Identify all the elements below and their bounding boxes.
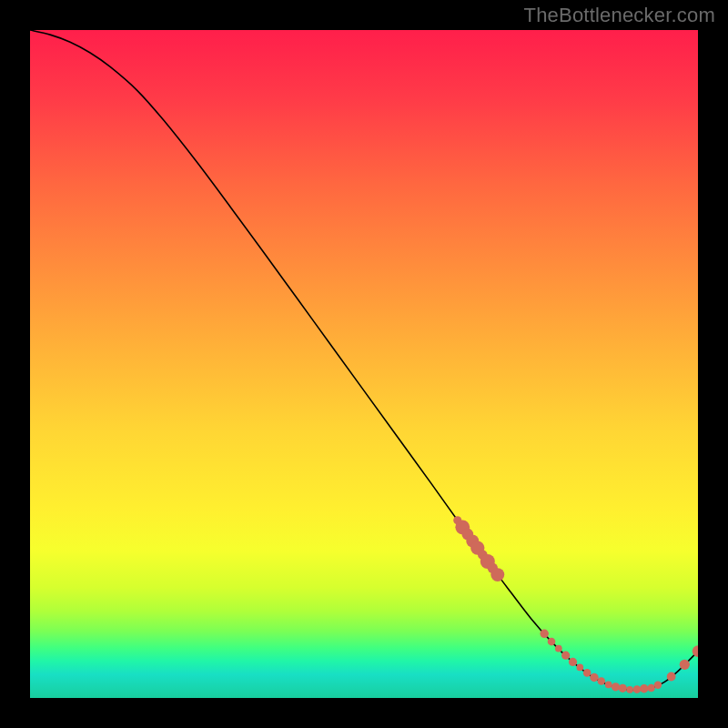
curve-overlay (30, 30, 698, 698)
watermark-text: TheBottlenecker.com (524, 4, 715, 27)
data-marker (619, 684, 627, 693)
data-marker (647, 684, 655, 693)
data-marker (583, 669, 592, 677)
data-marker (612, 682, 620, 691)
data-marker (548, 638, 556, 646)
data-marker (540, 630, 548, 638)
data-marker (605, 681, 612, 688)
data-marker (633, 685, 642, 693)
data-marker (598, 677, 606, 685)
gradient-plot-area (30, 30, 698, 698)
data-marker (555, 645, 562, 652)
chart-frame: TheBottlenecker.com (0, 0, 728, 728)
data-marker (576, 664, 583, 672)
data-marker (569, 658, 577, 666)
data-marker (490, 568, 504, 581)
data-marker (640, 684, 648, 693)
data-marker (680, 660, 690, 670)
data-marker (626, 686, 633, 693)
data-marker (561, 652, 570, 660)
data-marker (590, 673, 598, 682)
bottleneck-curve (30, 30, 698, 690)
data-marker (654, 681, 662, 688)
data-marker (667, 672, 676, 682)
